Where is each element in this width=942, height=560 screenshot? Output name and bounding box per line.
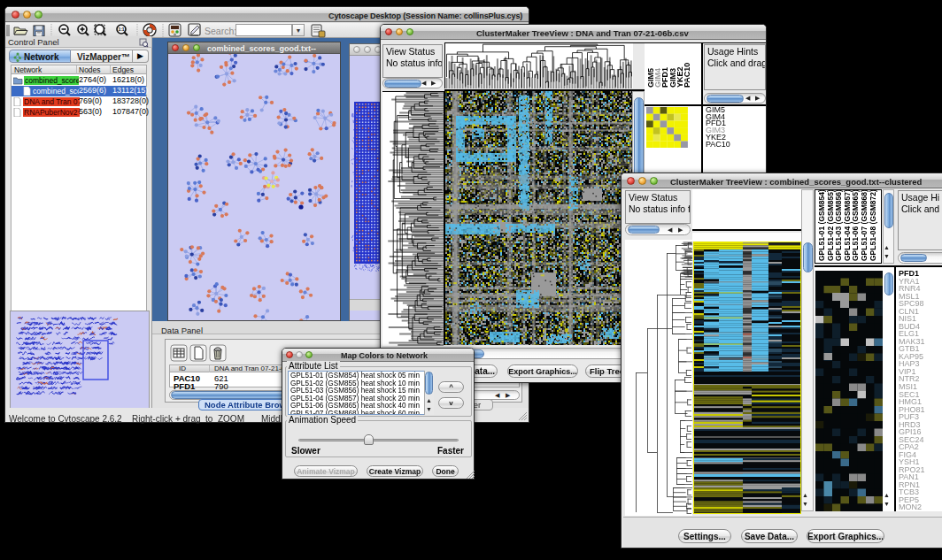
svg-text:1:1: 1:1 bbox=[118, 27, 124, 32]
